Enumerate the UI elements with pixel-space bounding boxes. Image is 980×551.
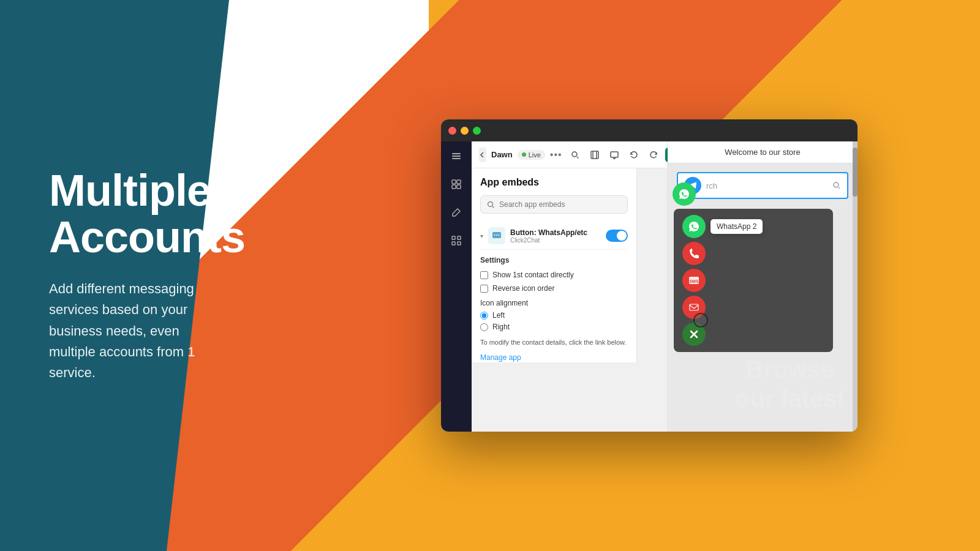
main-title: Multiple Accounts — [49, 168, 306, 260]
search-icon — [487, 201, 495, 209]
checkbox-label-2: Reverse icon order — [492, 284, 554, 293]
cursor — [693, 313, 708, 328]
chevron-icon: ▾ — [480, 233, 483, 239]
whatsapp-button-1[interactable] — [673, 182, 696, 206]
whatsapp-tooltip: WhatsApp 2 — [710, 219, 763, 234]
svg-rect-8 — [458, 236, 461, 239]
sidebar-icon-brush[interactable] — [448, 204, 465, 221]
svg-rect-13 — [611, 152, 618, 157]
back-button[interactable] — [479, 148, 486, 162]
scrollbar-thumb[interactable] — [853, 148, 858, 197]
svg-rect-10 — [458, 242, 461, 245]
radio-right[interactable] — [480, 323, 488, 331]
search-icon-right — [832, 181, 841, 190]
shopify-topbar: Dawn Live ••• — [472, 141, 667, 168]
redo-icon[interactable] — [646, 147, 662, 163]
sidebar-icon-grid[interactable] — [448, 176, 465, 193]
chat-icon — [492, 231, 502, 241]
alignment-title: Icon alignment — [480, 299, 628, 307]
sidebar-icon-back[interactable] — [448, 148, 465, 165]
store-welcome: Welcome to our store — [725, 148, 800, 157]
right-section: Dawn Live ••• — [343, 119, 980, 432]
svg-rect-3 — [452, 180, 456, 184]
live-dot — [522, 152, 526, 157]
undo-icon[interactable] — [626, 147, 642, 163]
svg-text:SMS: SMS — [689, 279, 699, 283]
search-bar[interactable] — [480, 195, 628, 214]
svg-point-18 — [499, 234, 500, 236]
embed-sub: Click2Chat — [510, 237, 601, 244]
browse-text: Browseour latest — [735, 356, 845, 412]
shopify-panel: App embeds ▾ — [472, 168, 637, 362]
preview-area: Welcome to our store rch ✕ — [668, 141, 858, 432]
browse-overlay: Browseour latest — [735, 354, 845, 413]
embed-name: Button: WhatsApp/etc — [510, 228, 601, 237]
store-header: Welcome to our store — [668, 141, 858, 163]
search-preview-text: rch — [706, 181, 827, 190]
svg-point-11 — [572, 152, 577, 157]
checkbox-row-1: Show 1st contact directly — [480, 271, 628, 279]
browser-titlebar — [441, 119, 858, 141]
contact-note: To modify the contact details, click the… — [480, 337, 628, 348]
store-name: Dawn — [491, 150, 513, 159]
shopify-sidebar — [441, 141, 472, 432]
search-input[interactable] — [499, 200, 621, 209]
settings-title: Settings — [480, 256, 628, 264]
toggle-switch[interactable] — [606, 230, 628, 242]
live-badge: Live — [518, 150, 545, 160]
radio-left-row: Left — [480, 311, 628, 320]
search-icon-topbar[interactable] — [567, 147, 583, 163]
svg-point-14 — [488, 201, 493, 206]
svg-rect-9 — [452, 242, 455, 245]
svg-rect-4 — [457, 180, 461, 184]
embed-icon — [488, 227, 505, 244]
embed-row: ▾ Button: WhatsApp/etc Click2Chat — [480, 222, 628, 250]
subtitle: Add different messaging services based o… — [49, 279, 306, 383]
checkbox-show-contact[interactable] — [480, 271, 488, 279]
sidebar-icon-apps[interactable] — [448, 232, 465, 249]
left-section: Multiple Accounts Add different messagin… — [0, 131, 343, 420]
svg-rect-22 — [690, 304, 698, 310]
sms-button[interactable]: SMS — [682, 269, 706, 292]
traffic-light-green[interactable] — [473, 127, 481, 135]
panel-title: App embeds — [480, 177, 628, 188]
svg-rect-2 — [452, 158, 461, 159]
svg-rect-6 — [457, 185, 461, 189]
dots-menu[interactable]: ••• — [550, 149, 562, 160]
whatsapp-button-2[interactable] — [682, 215, 706, 238]
svg-rect-0 — [452, 153, 461, 154]
manage-app-link[interactable]: Manage app — [480, 353, 521, 362]
phone-btn-row — [682, 242, 824, 265]
panel-with-topbar: Dawn Live ••• — [472, 141, 668, 432]
radio-right-label: Right — [492, 323, 510, 331]
checkbox-label-1: Show 1st contact directly — [492, 271, 574, 279]
sms-btn-row: SMS — [682, 269, 824, 292]
icon-alignment: Icon alignment Left Right — [480, 299, 628, 331]
radio-left-label: Left — [492, 311, 505, 320]
embed-info: Button: WhatsApp/etc Click2Chat — [510, 228, 601, 244]
svg-rect-12 — [591, 151, 598, 159]
svg-point-16 — [494, 234, 496, 236]
phone-icon — [688, 248, 699, 259]
svg-rect-5 — [452, 185, 456, 189]
browser-main: Dawn Live ••• — [441, 141, 858, 432]
sms-icon: SMS — [688, 274, 700, 287]
frame-icon[interactable] — [587, 147, 603, 163]
checkbox-reverse-order[interactable] — [480, 285, 488, 293]
desktop-icon[interactable] — [606, 147, 622, 163]
panel-inner: App embeds ▾ — [472, 168, 636, 362]
svg-rect-7 — [452, 236, 455, 239]
radio-left[interactable] — [480, 312, 488, 320]
phone-button[interactable] — [682, 242, 706, 265]
preview-scrollbar[interactable] — [853, 141, 858, 432]
whatsapp-btn-row: WhatsApp 2 — [682, 215, 824, 238]
close-chat-icon — [690, 330, 698, 339]
settings-section: Settings Show 1st contact directly Rever… — [480, 250, 628, 362]
email-icon — [688, 302, 699, 313]
traffic-light-yellow[interactable] — [461, 127, 469, 135]
whatsapp-icon-2 — [688, 220, 700, 233]
traffic-light-red[interactable] — [448, 127, 456, 135]
browser-window: Dawn Live ••• — [441, 119, 858, 432]
svg-point-17 — [496, 234, 497, 236]
chat-panel: WhatsApp 2 SMS — [674, 209, 833, 352]
